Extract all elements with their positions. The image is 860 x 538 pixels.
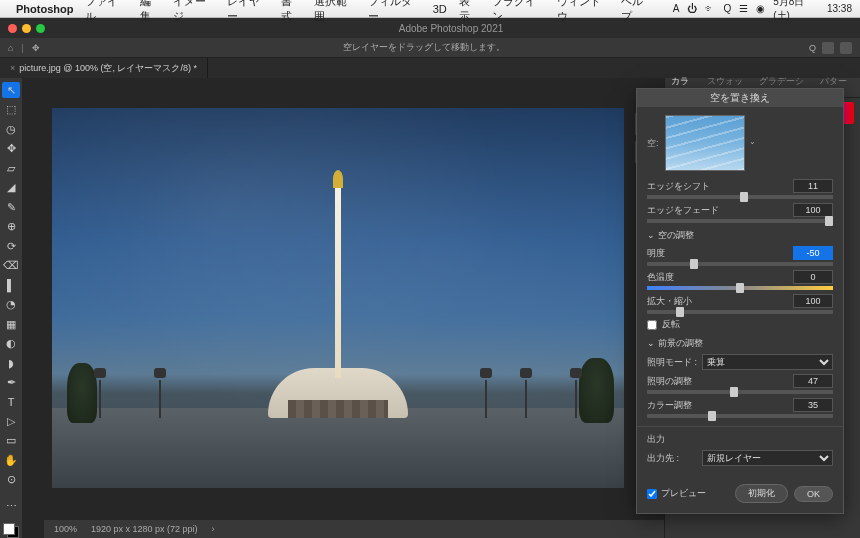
menu-edit[interactable]: 編集: [140, 0, 161, 24]
menubar-date[interactable]: 5月8日(土): [773, 0, 819, 23]
menu-view[interactable]: 表示: [459, 0, 480, 24]
reset-button[interactable]: 初期化: [735, 484, 788, 503]
edit-toolbar[interactable]: ⋯: [2, 498, 20, 514]
frame-tool[interactable]: ◢: [2, 179, 20, 195]
wifi-icon[interactable]: ᯤ: [705, 3, 715, 14]
path-tool[interactable]: ▷: [2, 413, 20, 429]
status-icon[interactable]: A: [673, 3, 680, 14]
doc-dimensions[interactable]: 1920 px x 1280 px (72 ppi): [91, 524, 198, 534]
fg-color[interactable]: [3, 523, 15, 535]
move-icon[interactable]: ✥: [32, 43, 40, 53]
menu-app[interactable]: Photoshop: [16, 3, 73, 15]
flip-checkbox[interactable]: 反転: [647, 318, 833, 331]
search-icon[interactable]: Q: [809, 43, 816, 53]
light-adjust-value[interactable]: 47: [793, 374, 833, 388]
temperature-value[interactable]: 0: [793, 270, 833, 284]
menu-file[interactable]: ファイル: [85, 0, 127, 24]
siri-icon[interactable]: ◉: [756, 3, 765, 14]
tools-panel: ↖ ⬚ ◷ ✥ ▱ ◢ ✎ ⊕ ⟳ ⌫ ▌ ◔ ▦ ◐ ◗ ✒ T ▷ ▭ ✋ …: [0, 78, 22, 538]
stamp-tool[interactable]: ⌫: [2, 257, 20, 273]
gradient-tool[interactable]: ▦: [2, 316, 20, 332]
scale-value[interactable]: 100: [793, 294, 833, 308]
menu-plugin[interactable]: プラグイン: [492, 0, 545, 24]
selection-tool[interactable]: ✥: [2, 140, 20, 156]
pen-tool[interactable]: ✒: [2, 374, 20, 390]
chevron-down-icon[interactable]: ⌄: [747, 137, 759, 149]
sky-adjust-section[interactable]: 空の調整: [647, 229, 833, 242]
sky-preset-thumbnail[interactable]: [665, 115, 745, 171]
sky-label: 空:: [647, 137, 659, 150]
output-select[interactable]: 出力先 : 新規レイヤー: [647, 450, 833, 466]
color-adjust-value[interactable]: 35: [793, 398, 833, 412]
menu-image[interactable]: イメージ: [173, 0, 215, 24]
document-canvas[interactable]: [52, 108, 624, 488]
control-center-icon[interactable]: ☰: [739, 3, 748, 14]
document-tab[interactable]: × picture.jpg @ 100% (空, レイヤーマスク/8) *: [0, 58, 208, 78]
window-title: Adobe Photoshop 2021: [50, 23, 852, 34]
color-adjust-slider[interactable]: カラー調整35: [647, 398, 833, 418]
dodge-tool[interactable]: ◗: [2, 355, 20, 371]
history-brush-tool[interactable]: ▌: [2, 277, 20, 293]
status-icon[interactable]: ⏻: [687, 3, 697, 14]
close-icon[interactable]: [8, 24, 17, 33]
home-icon[interactable]: ⌂: [8, 43, 13, 53]
output-dropdown[interactable]: 新規レイヤー: [702, 450, 833, 466]
edge-fade-slider[interactable]: エッジをフェード100: [647, 203, 833, 223]
eraser-tool[interactable]: ◔: [2, 296, 20, 312]
scale-slider[interactable]: 拡大・縮小100: [647, 294, 833, 314]
close-tab-icon[interactable]: ×: [10, 63, 15, 73]
lasso-tool[interactable]: ◷: [2, 121, 20, 137]
light-mode-select[interactable]: 照明モード : 乗算: [647, 354, 833, 370]
status-bar: 100% 1920 px x 1280 px (72 ppi) ›: [44, 520, 664, 538]
light-mode-dropdown[interactable]: 乗算: [702, 354, 833, 370]
marquee-tool[interactable]: ⬚: [2, 101, 20, 117]
menubar-time[interactable]: 13:38: [827, 3, 852, 14]
macos-menubar: Photoshop ファイル 編集 イメージ レイヤー 書式 選択範囲 フィルタ…: [0, 0, 860, 18]
menu-filter[interactable]: フィルター: [368, 0, 421, 24]
chevron-right-icon[interactable]: ›: [212, 524, 215, 534]
options-message: 空レイヤーをドラッグして移動します。: [40, 41, 809, 54]
light-adjust-slider[interactable]: 照明の調整47: [647, 374, 833, 394]
brightness-value[interactable]: -50: [793, 246, 833, 260]
options-bar: ⌂ | ✥ 空レイヤーをドラッグして移動します。 Q: [0, 38, 860, 58]
window-titlebar: Adobe Photoshop 2021: [0, 18, 860, 38]
brightness-slider[interactable]: 明度-50: [647, 246, 833, 266]
menu-layer[interactable]: レイヤー: [227, 0, 269, 24]
shape-tool[interactable]: ▭: [2, 433, 20, 449]
zoom-tool[interactable]: ⊙: [2, 472, 20, 488]
crop-tool[interactable]: ▱: [2, 160, 20, 176]
foreground-adjust-section[interactable]: 前景の調整: [647, 337, 833, 350]
heal-tool[interactable]: ⊕: [2, 218, 20, 234]
hand-tool[interactable]: ✋: [2, 452, 20, 468]
zoom-icon[interactable]: [36, 24, 45, 33]
workspace-icon[interactable]: [822, 42, 834, 54]
eyedropper-tool[interactable]: ✎: [2, 199, 20, 215]
menu-type[interactable]: 書式: [281, 0, 302, 24]
tab-label: picture.jpg @ 100% (空, レイヤーマスク/8) *: [19, 62, 197, 75]
menu-window[interactable]: ウィンドウ: [557, 0, 610, 24]
edge-shift-value[interactable]: 11: [793, 179, 833, 193]
canvas-area: 100% 1920 px x 1280 px (72 ppi) ›: [22, 78, 664, 538]
move-tool[interactable]: ↖: [2, 82, 20, 98]
menu-help[interactable]: ヘルプ: [621, 0, 653, 24]
sky-replace-dialog: 空を置き換え 空: ⌄ エッジをシフト11 エッジをフェード100 空の調整 明…: [636, 88, 844, 514]
zoom-level[interactable]: 100%: [54, 524, 77, 534]
output-heading: 出力: [647, 433, 833, 446]
blur-tool[interactable]: ◐: [2, 335, 20, 351]
search-icon[interactable]: Q: [723, 3, 731, 14]
temperature-slider[interactable]: 色温度0: [647, 270, 833, 290]
edge-shift-slider[interactable]: エッジをシフト11: [647, 179, 833, 199]
brush-tool[interactable]: ⟳: [2, 238, 20, 254]
type-tool[interactable]: T: [2, 394, 20, 410]
minimize-icon[interactable]: [22, 24, 31, 33]
menu-select[interactable]: 選択範囲: [314, 0, 356, 24]
ok-button[interactable]: OK: [794, 486, 833, 502]
dialog-title: 空を置き換え: [637, 89, 843, 107]
menu-3d[interactable]: 3D: [433, 3, 447, 15]
preview-checkbox[interactable]: プレビュー: [647, 487, 729, 500]
edge-fade-value[interactable]: 100: [793, 203, 833, 217]
color-swatches[interactable]: [3, 523, 19, 538]
share-icon[interactable]: [840, 42, 852, 54]
